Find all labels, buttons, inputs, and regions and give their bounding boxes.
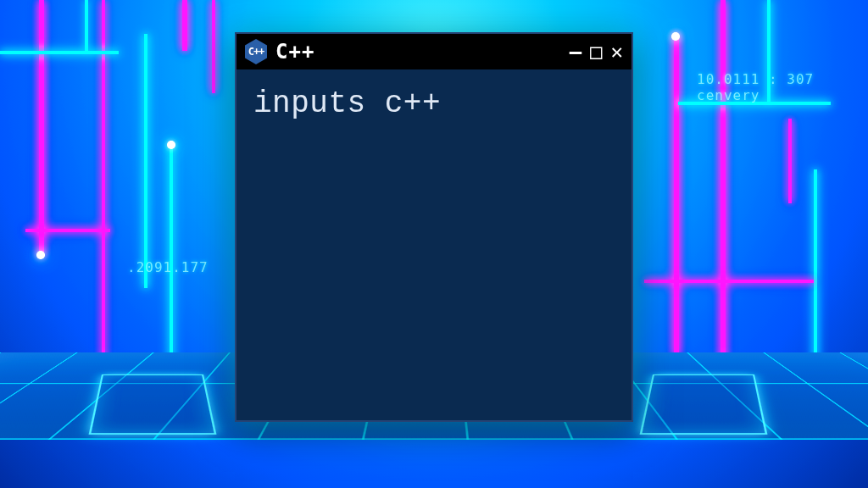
- floor-tile: [640, 374, 768, 435]
- neon-line: [144, 34, 147, 288]
- maximize-button[interactable]: □: [590, 42, 602, 62]
- console-body[interactable]: inputs c++: [236, 69, 632, 420]
- neon-line: [170, 144, 173, 364]
- window-title: C++: [275, 42, 314, 62]
- neon-line: [788, 119, 792, 203]
- neon-line: [721, 0, 726, 364]
- neon-line: [674, 34, 679, 356]
- neon-line: [85, 0, 88, 51]
- neon-node: [671, 32, 680, 41]
- neon-line: [814, 169, 817, 364]
- neon-line: [644, 280, 814, 283]
- neon-line: [102, 0, 105, 364]
- bg-text-right: 10.0111 : 307 cenvery: [697, 71, 868, 103]
- console-window: C++ C++ — □ ✕ inputs c++: [235, 32, 633, 422]
- neon-line: [212, 0, 215, 93]
- close-button[interactable]: ✕: [611, 42, 623, 62]
- neon-line: [39, 0, 44, 254]
- neon-line: [25, 229, 110, 232]
- minimize-button[interactable]: —: [570, 42, 581, 62]
- floor-tile: [89, 374, 217, 435]
- window-controls: — □ ✕: [570, 42, 623, 62]
- cpp-logo-icon: C++: [245, 39, 267, 64]
- neon-node: [167, 141, 175, 149]
- neon-node: [36, 251, 45, 259]
- neon-line: [182, 0, 187, 51]
- cpp-logo-text: C++: [248, 47, 264, 57]
- bg-text-left: .2091.177: [127, 259, 209, 275]
- console-text: inputs c++: [253, 86, 441, 121]
- titlebar[interactable]: C++ C++ — □ ✕: [236, 34, 632, 69]
- neon-line: [0, 51, 119, 54]
